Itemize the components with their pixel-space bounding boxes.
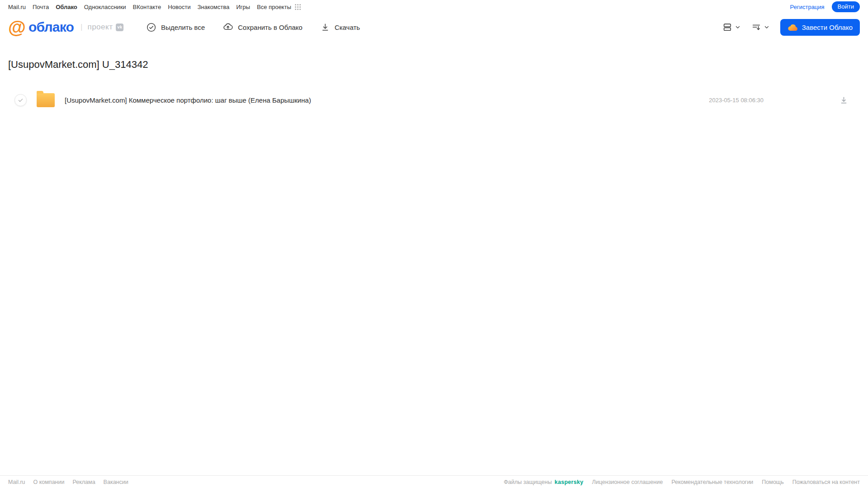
portal-link-games[interactable]: Игры: [236, 4, 250, 10]
footer-link-license[interactable]: Лицензионное соглашение: [592, 479, 663, 485]
portal-link-dating[interactable]: Знакомства: [197, 4, 229, 10]
footer: Mail.ru О компании Реклама Вакансии Файл…: [0, 475, 868, 488]
main-content: [UsupovMarket.com] U_314342 [UsupovMarke…: [0, 59, 868, 111]
create-cloud-button[interactable]: Завести Облако: [780, 19, 860, 36]
header-bar: @ облако | проект vk Выделить все: [0, 15, 868, 39]
check-icon: [18, 97, 24, 103]
cloud-upload-icon: [223, 22, 233, 32]
cloud-icon: [787, 24, 798, 31]
portal-link-mail[interactable]: Почта: [33, 4, 49, 10]
sort-icon: [751, 22, 761, 32]
check-circle-icon: [147, 23, 156, 32]
footer-link-mailru[interactable]: Mail.ru: [8, 479, 25, 485]
footer-left-links: Mail.ru О компании Реклама Вакансии: [8, 479, 128, 485]
login-button[interactable]: Войти: [832, 1, 860, 12]
chevron-down-icon: [735, 24, 740, 30]
footer-link-ads[interactable]: Реклама: [72, 479, 95, 485]
cloud-logo[interactable]: @ облако | проект vk: [8, 19, 147, 35]
file-date: 2023-05-15 08:06:30: [709, 97, 764, 104]
portal-link-all-projects[interactable]: Все проекты: [257, 4, 301, 10]
portal-link-vkontakte[interactable]: ВКонтакте: [133, 4, 161, 10]
save-to-cloud-button[interactable]: Сохранить в Облако: [223, 22, 303, 32]
download-button[interactable]: Скачать: [321, 23, 360, 32]
portal-link-news[interactable]: Новости: [168, 4, 190, 10]
cloud-mailru-page: Mail.ru Почта Облако Одноклассники ВКонт…: [0, 0, 868, 488]
chevron-down-icon: [764, 24, 769, 30]
portal-nav: Mail.ru Почта Облако Одноклассники ВКонт…: [0, 0, 868, 14]
select-all-button[interactable]: Выделить все: [147, 23, 205, 32]
kaspersky-logo[interactable]: kaspersky: [555, 479, 583, 485]
create-cloud-label: Завести Облако: [802, 24, 853, 31]
portal-link-cloud[interactable]: Облако: [56, 4, 77, 10]
select-all-label: Выделить все: [161, 24, 205, 31]
logo-wordmark: облако: [28, 19, 74, 35]
grid-dots-icon: [294, 4, 301, 10]
row-download-icon[interactable]: [840, 96, 848, 104]
row-checkbox[interactable]: [14, 94, 27, 106]
download-icon: [321, 23, 330, 32]
footer-link-help[interactable]: Помощь: [762, 479, 783, 485]
portal-link-odnoklassniki[interactable]: Одноклассники: [84, 4, 126, 10]
project-text: проект: [87, 23, 113, 32]
vk-project-label: проект vk: [87, 23, 123, 32]
file-name[interactable]: [UsupovMarket.com] Коммерческое портфоли…: [65, 96, 311, 104]
footer-link-about[interactable]: О компании: [33, 479, 65, 485]
download-label: Скачать: [335, 24, 360, 31]
folder-icon: [37, 93, 55, 107]
auth-area: Регистрация Войти: [790, 1, 860, 12]
page-title: [UsupovMarket.com] U_314342: [8, 59, 860, 71]
kaspersky-protected: Файлы защищены kaspersky: [504, 479, 583, 485]
sort-control[interactable]: [751, 22, 769, 32]
header-right-controls: Завести Облако: [722, 19, 860, 36]
protected-label: Файлы защищены: [504, 479, 552, 485]
file-list: [UsupovMarket.com] Коммерческое портфоли…: [8, 89, 860, 111]
file-row[interactable]: [UsupovMarket.com] Коммерческое портфоли…: [8, 89, 860, 111]
register-link[interactable]: Регистрация: [790, 4, 825, 10]
view-mode-control[interactable]: [722, 22, 740, 32]
list-view-icon: [722, 22, 732, 32]
portal-link-mailru[interactable]: Mail.ru: [8, 4, 26, 10]
all-projects-label: Все проекты: [257, 4, 291, 10]
mailru-at-icon: @: [8, 19, 26, 35]
footer-link-jobs[interactable]: Вакансии: [104, 479, 128, 485]
save-to-cloud-label: Сохранить в Облако: [238, 24, 303, 31]
logo-divider: |: [81, 23, 82, 32]
file-toolbar: Выделить все Сохранить в Облако Скача: [147, 22, 360, 32]
footer-link-report[interactable]: Пожаловаться на контент: [792, 479, 860, 485]
vk-badge-icon: vk: [116, 24, 123, 31]
footer-right-links: Файлы защищены kaspersky Лицензионное со…: [504, 479, 860, 485]
footer-link-recommendations[interactable]: Рекомендательные технологии: [671, 479, 753, 485]
